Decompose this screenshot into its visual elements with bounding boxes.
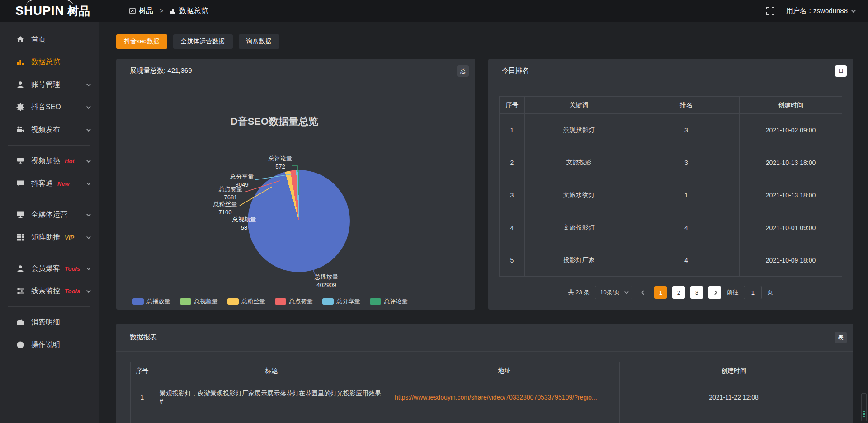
rank-table: 序号 关键词 排名 创建时间 1景观投影灯32021-10-02 09:00 2… — [499, 96, 842, 277]
sidebar-item-label: 视频发布 — [31, 125, 60, 135]
tab-inquiry-data[interactable]: 询盘数据 — [239, 34, 279, 49]
sidebar-divider — [8, 145, 90, 146]
col-rank: 排名 — [633, 97, 740, 114]
impressions-panel: 展现量总数: 421,369 总 D音SEO数据量总览 总评论量572 总分享 — [116, 59, 475, 310]
legend-item-shares[interactable]: 总分享量 — [322, 297, 360, 306]
breadcrumb: 树品 > 数据总览 — [129, 6, 208, 16]
sidebar-item-matrix-boost[interactable]: 矩阵助推 VIP — [0, 226, 99, 249]
data-report-panel: 数据报表 表 序号 标题 地址 创建时间 1 景观投影灯，夜游景观投影灯厂家展示… — [116, 324, 853, 423]
table-mode-badge[interactable]: 表 — [835, 332, 847, 343]
prev-page-button[interactable] — [638, 291, 649, 294]
next-page-button[interactable] — [708, 286, 721, 299]
chevron-down-icon — [851, 8, 856, 13]
col-title: 标题 — [154, 362, 389, 380]
breadcrumb-root[interactable]: 树品 — [139, 6, 153, 16]
vip-badge: VIP — [65, 234, 74, 241]
pagination: 共 23 条 10条/页 1 2 3 前往 页 — [488, 286, 853, 299]
tab-douyin-seo-data[interactable]: 抖音seo数据 — [116, 34, 167, 49]
col-created: 创建时间 — [740, 97, 842, 114]
pie-label-plays: 总播放量402909 — [306, 273, 347, 289]
legend-item-videos[interactable]: 总视频量 — [180, 297, 218, 306]
sidebar-item-help[interactable]: ? 操作说明 — [0, 334, 99, 356]
chevron-down-icon — [86, 212, 91, 216]
pie-connector-lines — [116, 83, 475, 309]
scrollbar-thumb[interactable] — [861, 393, 867, 421]
today-rank-title: 今日排名 — [502, 66, 529, 75]
fullscreen-icon[interactable] — [766, 7, 774, 15]
legend-item-likes[interactable]: 总点赞量 — [275, 297, 313, 306]
wallet-icon — [16, 318, 24, 326]
tab-omni-media-data[interactable]: 全媒体运营数据 — [173, 34, 233, 49]
today-rank-header: 今日排名 — [488, 59, 853, 83]
grid-icon — [16, 233, 24, 241]
chart-bar-icon — [170, 8, 176, 14]
logo-text-cn: 树品 — [67, 5, 90, 17]
chart-bar-icon — [16, 58, 24, 66]
chevron-down-icon — [86, 181, 91, 185]
sidebar-item-video-publish[interactable]: 视频发布 — [0, 118, 99, 141]
new-badge: New — [57, 180, 70, 187]
sidebar-divider — [8, 199, 90, 199]
logo-text-en: SHUPIN — [15, 4, 64, 18]
sidebar-item-doukeTong[interactable]: 抖客通 New — [0, 172, 99, 195]
goto-label: 前往 — [726, 288, 738, 296]
page-button-2[interactable]: 2 — [672, 286, 685, 299]
pie-label-videos: 总视频量58 — [224, 216, 264, 231]
goto-page-input[interactable] — [744, 286, 762, 299]
breadcrumb-current: 数据总览 — [179, 6, 208, 16]
table-row: 2文旅投影32021-10-13 18:00 — [500, 146, 842, 179]
sidebar-item-data-overview[interactable]: 数据总览 — [0, 51, 99, 73]
sidebar-item-account[interactable]: 账号管理 — [0, 73, 99, 96]
chevron-down-icon — [86, 82, 91, 86]
pie-legend: 总播放量 总视频量 总粉丝量 总点赞量 总分享量 总评论量 — [116, 297, 424, 306]
chevron-down-icon — [86, 158, 91, 163]
report-table-header-row: 序号 标题 地址 创建时间 — [131, 362, 848, 380]
page-size-select[interactable]: 10条/页 — [595, 286, 632, 299]
impressions-total-label: 展现量总数: 421,369 — [130, 66, 192, 75]
sidebar-item-label: 矩阵助推 — [31, 233, 60, 242]
user-menu[interactable]: 用户名：zswodun88 — [786, 7, 854, 15]
sidebar-item-consumption[interactable]: 消费明细 — [0, 311, 99, 334]
breadcrumb-separator: > — [160, 7, 163, 14]
monitor-icon — [16, 211, 24, 219]
chevron-down-icon — [86, 266, 91, 270]
table-row: 5投影灯厂家42021-10-09 18:00 — [500, 244, 842, 277]
legend-swatch — [180, 298, 191, 305]
hot-badge: Hot — [65, 158, 75, 164]
legend-swatch — [322, 298, 334, 305]
table-row — [131, 414, 848, 423]
sidebar: 首页 数据总览 账号管理 抖音SEO 视频发布 视频加热 Hot 抖客通 New… — [0, 22, 99, 423]
sidebar-item-label: 全媒体运营 — [31, 210, 67, 220]
col-index: 序号 — [500, 97, 525, 114]
video-link[interactable]: https://www.iesdouyin.com/share/video/70… — [395, 394, 614, 401]
sidebar-item-label: 抖音SEO — [31, 103, 61, 112]
sidebar-item-member-burst[interactable]: 会员爆客 Tools — [0, 257, 99, 280]
table-row: 4文旅投影灯42021-10-01 09:00 — [500, 212, 842, 244]
app-logo: SHUPIN树品 — [0, 4, 99, 19]
legend-item-plays[interactable]: 总播放量 — [132, 297, 170, 306]
user-icon — [16, 80, 24, 89]
col-created: 创建时间 — [620, 362, 848, 380]
question-icon: ? — [16, 341, 24, 349]
svg-text:?: ? — [19, 342, 22, 348]
daily-mode-badge[interactable]: 日 — [835, 65, 847, 77]
tools-badge: Tools — [65, 265, 80, 272]
username-label: 用户名：zswodun88 — [786, 7, 848, 15]
sidebar-item-label: 首页 — [31, 35, 46, 44]
sidebar-item-video-heat[interactable]: 视频加热 Hot — [0, 150, 99, 172]
sliders-icon — [16, 287, 24, 295]
sidebar-divider — [8, 306, 90, 307]
page-button-1[interactable]: 1 — [654, 286, 667, 299]
sidebar-item-label: 消费明细 — [31, 318, 60, 327]
sidebar-item-lead-monitor[interactable]: 线索监控 Tools — [0, 280, 99, 302]
main-content: 抖音seo数据 全媒体运营数据 询盘数据 展现量总数: 421,369 总 D音… — [99, 22, 868, 423]
chat-bubble-icon — [16, 179, 24, 188]
page-button-3[interactable]: 3 — [690, 286, 703, 299]
legend-item-comments[interactable]: 总评论量 — [370, 297, 408, 306]
legend-item-fans[interactable]: 总粉丝量 — [227, 297, 265, 306]
sidebar-item-douyin-seo[interactable]: 抖音SEO — [0, 96, 99, 118]
sidebar-item-omni-media[interactable]: 全媒体运营 — [0, 203, 99, 226]
sidebar-item-home[interactable]: 首页 — [0, 28, 99, 51]
pie-label-fans: 总粉丝量7100 — [205, 200, 245, 216]
total-mode-badge[interactable]: 总 — [457, 65, 469, 77]
